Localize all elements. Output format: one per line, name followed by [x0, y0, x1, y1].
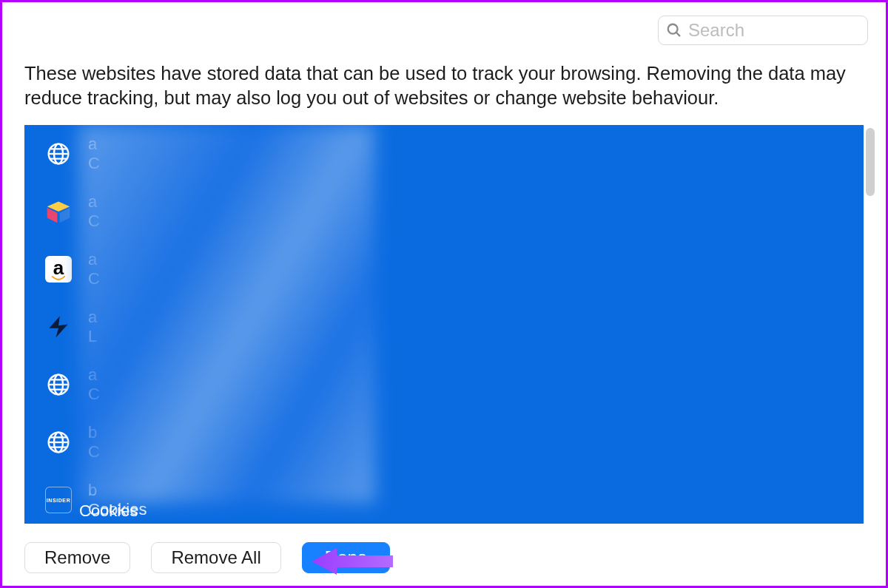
remove-all-button[interactable]: Remove All — [151, 542, 280, 573]
svg-marker-8 — [49, 317, 67, 338]
svg-line-1 — [676, 33, 680, 36]
footer: Remove Remove All Done — [24, 540, 868, 575]
insider-icon-text: INSIDER — [47, 498, 71, 503]
done-button[interactable]: Done — [302, 542, 390, 573]
remove-button[interactable]: Remove — [24, 542, 130, 573]
website-data-list-wrap: a C a C a a C — [24, 125, 875, 524]
search-input[interactable] — [688, 20, 860, 41]
amazon-icon: a — [45, 256, 72, 283]
star-icon — [45, 314, 72, 340]
redaction-blur — [79, 125, 375, 503]
globe-icon — [45, 371, 72, 398]
globe-icon — [45, 141, 72, 167]
insider-icon: INSIDER — [45, 487, 72, 513]
cookies-label: Cookies — [79, 501, 138, 521]
search-field[interactable] — [658, 16, 868, 45]
search-icon — [666, 22, 682, 38]
scrollbar-thumb[interactable] — [866, 128, 875, 196]
website-data-list[interactable]: a C a C a a C — [24, 125, 864, 524]
description-text: These websites have stored data that can… — [24, 61, 864, 110]
globe-icon — [45, 429, 72, 456]
scrollbar[interactable] — [865, 125, 875, 524]
airtable-icon — [45, 198, 72, 225]
